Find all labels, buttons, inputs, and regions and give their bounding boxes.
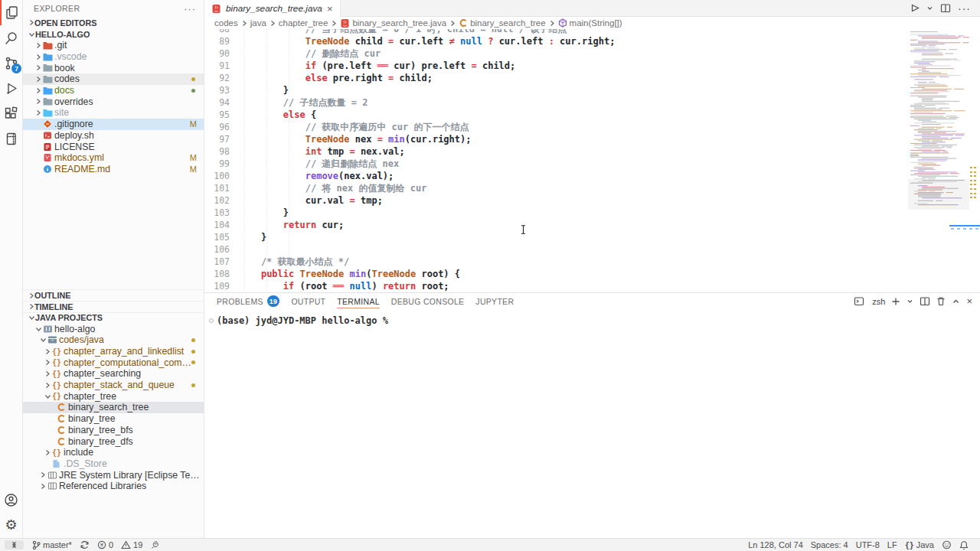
minimap[interactable] [908, 29, 969, 292]
chevron-right-icon[interactable] [34, 54, 43, 60]
eol[interactable]: LF [884, 540, 901, 549]
notifications[interactable] [956, 540, 972, 550]
code-line-97[interactable]: 97 TreeNode nex = min(cur.right); [204, 133, 908, 145]
launch-indicator[interactable] [146, 540, 164, 549]
code-line-109[interactable]: 109 if (root ══ null) return root; [204, 280, 908, 292]
panel-tab-terminal[interactable]: TERMINAL [337, 293, 380, 309]
new-terminal-button[interactable] [891, 297, 900, 306]
warnings-count[interactable]: 19 [117, 540, 146, 549]
chevron-down-icon[interactable] [43, 393, 52, 399]
sidebar-more-icon[interactable]: ··· [184, 3, 196, 15]
tree-item-mkdocs-yml[interactable]: mkdocs.ymlM [23, 152, 204, 164]
tree-item--vscode[interactable]: .vscode [23, 51, 204, 63]
timeline-section[interactable]: TIMELINE [23, 301, 204, 312]
tree-item-binary-tree-bfs[interactable]: binary_tree_bfs [23, 425, 204, 436]
activity-search[interactable] [0, 25, 22, 51]
tree-item-binary-search-tree[interactable]: binary_search_tree [23, 402, 204, 413]
outline-section[interactable]: OUTLINE [23, 289, 204, 301]
tree-item-chapter-stack-and-queue[interactable]: {}chapter_stack_and_queue [23, 380, 204, 391]
sync-changes[interactable] [76, 540, 93, 549]
code-line-102[interactable]: 102 cur.val = tmp; [204, 194, 908, 207]
tree-item-binary-tree-dfs[interactable]: binary_tree_dfs [23, 435, 204, 447]
panel-tab-problems[interactable]: PROBLEMS19 [217, 293, 279, 309]
code-line-104[interactable]: 104 return cur; [204, 219, 908, 231]
tree-item-docs[interactable]: docs [23, 85, 204, 96]
tree-item-binary-tree[interactable]: binary_tree [23, 413, 204, 425]
code-editor[interactable]: 88 // 当子结点数量 = 0 / 1 时, child = null / 该… [204, 29, 980, 292]
terminal[interactable]: (base) jyd@JYD-MBP hello-algo % [204, 309, 980, 538]
panel-tab-output[interactable]: OUTPUT [291, 293, 325, 309]
chevron-right-icon[interactable] [34, 109, 43, 116]
encoding[interactable]: UTF-8 [852, 540, 884, 549]
breadcrumb-chapter-tree[interactable]: chapter_tree [279, 18, 328, 28]
cursor-position[interactable]: Ln 128, Col 74 [744, 540, 807, 549]
tree-item-chapter-tree[interactable]: {}chapter_tree [23, 390, 204, 402]
chevron-right-icon[interactable] [34, 98, 43, 105]
git-branch[interactable]: master* [28, 540, 76, 550]
maximize-panel-button[interactable] [952, 298, 960, 305]
tree-item-codes-java[interactable]: codes/java [23, 334, 204, 346]
remote-indicator[interactable] [5, 540, 24, 549]
tree-item-license[interactable]: LICENSE [23, 141, 204, 152]
activity-extensions[interactable] [0, 101, 22, 126]
code-line-88[interactable]: 88 // 当子结点数量 = 0 / 1 时, child = null / 该… [204, 29, 908, 35]
code-line-106[interactable]: 106 [204, 243, 908, 256]
editor-more-button[interactable]: ··· [958, 2, 971, 15]
close-icon[interactable]: × [327, 4, 333, 14]
tree-item-jre-system-library-eclipse-temurin-17-17-[interactable]: JRE System Library [Eclipse Temurin 17 [… [23, 469, 204, 481]
tree-item-codes[interactable]: codes [23, 73, 204, 85]
activity-settings[interactable]: ⚙ [0, 513, 22, 538]
workspace-root-section[interactable]: HELLO-ALGO [23, 28, 204, 40]
code-line-100[interactable]: 100 remove(nex.val); [204, 170, 908, 182]
breadcrumb-binary-search-tree[interactable]: binary_search_tree [459, 18, 545, 28]
tree-item-readme-md[interactable]: README.mdM [23, 164, 204, 175]
code-line-91[interactable]: 91 if (pre.left ══ cur) pre.left = child… [204, 60, 908, 72]
code-line-95[interactable]: 95 else { [204, 109, 908, 121]
activity-run-debug[interactable] [0, 76, 22, 101]
shell-select[interactable] [854, 296, 864, 306]
code-line-90[interactable]: 90 // 删除结点 cur [204, 47, 908, 60]
code-line-98[interactable]: 98 int tmp = nex.val; [204, 145, 908, 158]
feedback[interactable] [938, 540, 956, 549]
breadcrumb-codes[interactable]: codes [214, 18, 238, 28]
run-file-button[interactable] [910, 3, 920, 13]
chevron-right-icon[interactable] [43, 359, 52, 366]
chevron-right-icon[interactable] [43, 370, 52, 377]
tree-item--gitignore[interactable]: .gitignoreM [23, 119, 204, 130]
code-line-103[interactable]: 103 } [204, 207, 908, 219]
tree-item-chapter-array-and-linkedlist[interactable]: {}chapter_array_and_linkedlist [23, 346, 204, 357]
breadcrumb-main-string-[interactable]: main(String[]) [558, 18, 622, 28]
tree-item-chapter-computational-complexity[interactable]: {}chapter_computational_complexity [23, 357, 204, 368]
tree-item-referenced-libraries[interactable]: Referenced Libraries [23, 481, 204, 492]
minimap-slider[interactable] [908, 179, 969, 210]
chevron-right-icon[interactable] [43, 348, 52, 355]
code-line-92[interactable]: 92 else pre.right = child; [204, 72, 908, 84]
tree-item-site[interactable]: site [23, 107, 204, 119]
panel-tab-jupyter[interactable]: JUPYTER [475, 293, 514, 309]
chevron-right-icon[interactable] [43, 449, 52, 456]
java-projects-section[interactable]: JAVA PROJECTS [23, 312, 204, 324]
chevron-right-icon[interactable] [38, 483, 47, 490]
activity-source-control[interactable]: 7 [0, 51, 22, 76]
code-line-96[interactable]: 96 // 获取中序遍历中 cur 的下一个结点 [204, 121, 908, 133]
breadcrumb-binary-search-tree-java[interactable]: binary_search_tree.java [340, 18, 446, 28]
code-line-99[interactable]: 99 // 递归删除结点 nex [204, 158, 908, 170]
activity-explorer[interactable] [0, 0, 22, 25]
activity-account[interactable] [0, 487, 22, 513]
breadcrumb-java[interactable]: java [250, 18, 266, 28]
tree-item-book[interactable]: book [23, 62, 204, 73]
close-panel-button[interactable]: × [966, 296, 972, 306]
tree-item-hello-algo[interactable]: hello-algo [23, 323, 204, 334]
tree-item-overrides[interactable]: overrides [23, 96, 204, 107]
chevron-right-icon[interactable] [38, 471, 47, 478]
chevron-right-icon[interactable] [34, 42, 43, 49]
kill-terminal-button[interactable] [936, 296, 946, 306]
tree-item--git[interactable]: .git [23, 40, 204, 51]
panel-tab-debug-console[interactable]: DEBUG CONSOLE [391, 293, 465, 309]
tab-binary-search-tree[interactable]: binary_search_tree.java × [204, 0, 341, 17]
code-line-105[interactable]: 105 } [204, 231, 908, 243]
chevron-right-icon[interactable] [34, 87, 43, 94]
code-line-108[interactable]: 108 public TreeNode min(TreeNode root) { [204, 268, 908, 280]
language-mode[interactable]: {}Java [901, 540, 938, 549]
errors-count[interactable]: 0 [93, 540, 117, 549]
